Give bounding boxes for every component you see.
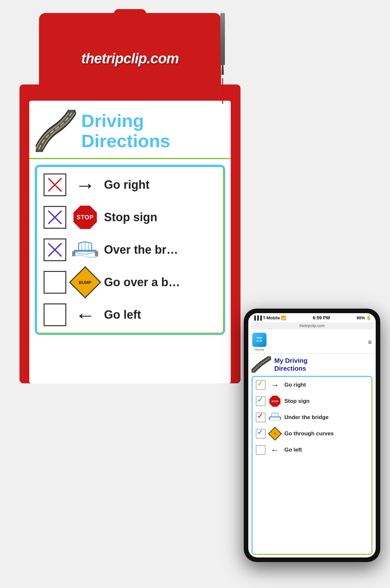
signal-bars: ▐▐▐ [253,315,262,320]
pen-body [220,13,225,65]
phone-arrow-left-icon: ← [269,444,281,455]
phone-page-header: My Driving Directions [252,356,372,373]
svg-rect-0 [74,250,97,252]
phone-list-item: → Go right [256,379,368,390]
phone-curves-sign: S [268,427,282,441]
list-item: ← Go left [44,303,216,326]
phone-checkbox-3[interactable] [256,413,266,422]
phone-item-label-5: Go left [284,447,302,453]
bump-icon: BUMP [72,271,98,294]
status-right: 90% 🔋 [357,315,371,320]
home-label[interactable]: Home [252,348,266,352]
hamburger-menu-icon[interactable]: ≡ [368,339,372,346]
phone-checklist: → Go right STOP Stop sign [252,376,372,555]
stop-sign-icon: STOP [72,206,98,229]
phone-list-item: Under the bridge [256,412,368,423]
phone-page-title: My Driving Directions [274,357,307,372]
item-label-5: Go left [104,308,141,322]
checkbox-3[interactable] [44,238,66,261]
phone-item-label-3: Under the bridge [284,414,329,421]
arrow-right-icon: → [72,173,98,196]
trip-clip-logo: TRIPCLIP [252,333,266,347]
checklist-container: → Go right STOP Stop sign [36,166,224,334]
trip-clip-logo-wrapper: TRIPCLIP Home [252,333,266,352]
phone-item-label-4: Go through curves [284,430,334,437]
pen [214,13,231,84]
svg-rect-12 [269,417,270,420]
status-time: 6:59 PM [313,315,330,320]
bridge-icon [72,238,98,261]
clipboard-paper: DrivingDirections → Go right STOP Stop s… [29,101,231,383]
phone-arrow-right-icon: → [269,379,281,390]
paper-title: DrivingDirections [81,111,170,151]
item-label-3: Over the br… [104,243,178,257]
phone-item-label-1: Go right [284,382,306,388]
item-label-4: Go over a b… [104,275,180,289]
phone-curves-icon: S [269,428,281,439]
list-item: → Go right [44,173,216,196]
item-label-1: Go right [104,178,150,192]
phone-url-bar[interactable]: thetripclip.com [251,322,373,329]
clipboard: thetripclip.com DrivingDirections [20,13,240,403]
bump-sign: BUMP [69,266,101,299]
svg-rect-8 [269,416,280,417]
phone-bridge-icon [269,412,281,423]
paper-header: DrivingDirections [29,101,231,159]
checkbox-2[interactable] [44,206,66,229]
pen-cord [222,78,223,104]
list-item: BUMP Go over a b… [44,271,216,294]
item-label-2: Stop sign [104,211,157,224]
pen-tip [221,65,224,75]
brand-text: thetripclip.com [81,50,179,67]
checkbox-5[interactable] [44,303,66,326]
phone-list-item: ← Go left [256,444,368,455]
phone-status-bar: ▐▐▐ T-Mobile 📶 6:59 PM 90% 🔋 [248,313,376,322]
svg-rect-7 [95,251,98,256]
road-illustration [36,110,78,152]
arrow-left-icon: ← [72,303,98,326]
list-item: STOP Stop sign [44,206,216,229]
phone-list-item: STOP Stop sign [256,396,368,407]
phone-nav: TRIPCLIP Home ≡ [248,331,376,354]
svg-rect-13 [280,417,281,420]
clipboard-top: thetripclip.com [39,13,221,104]
phone-screen: ▐▐▐ T-Mobile 📶 6:59 PM 90% 🔋 thetripclip… [248,313,376,557]
phone-road-icon [252,356,271,373]
phone-list-item: S Go through curves [256,428,368,439]
phone-checkbox-1[interactable] [256,380,266,390]
battery-percent: 90% [357,315,365,320]
list-item: Over the br… [44,238,216,261]
phone-checkbox-5[interactable] [256,445,266,455]
phone-checkbox-2[interactable] [256,396,266,406]
phone-stop-icon: STOP [269,396,281,407]
phone-stop-sign: STOP [269,396,280,407]
wifi-icon: 📶 [281,315,286,320]
checkbox-1[interactable] [44,173,66,196]
phone-content: My Driving Directions → Go right STOP [248,354,376,557]
stop-sign: STOP [73,206,97,229]
checkbox-4[interactable] [44,271,66,294]
phone-checkbox-4[interactable] [256,429,266,439]
phone: ▐▐▐ T-Mobile 📶 6:59 PM 90% 🔋 thetripclip… [244,309,380,562]
status-left: ▐▐▐ T-Mobile 📶 [253,315,286,320]
carrier-name: T-Mobile [263,315,280,320]
battery-icon: 🔋 [366,315,371,320]
phone-item-label-2: Stop sign [284,398,309,404]
